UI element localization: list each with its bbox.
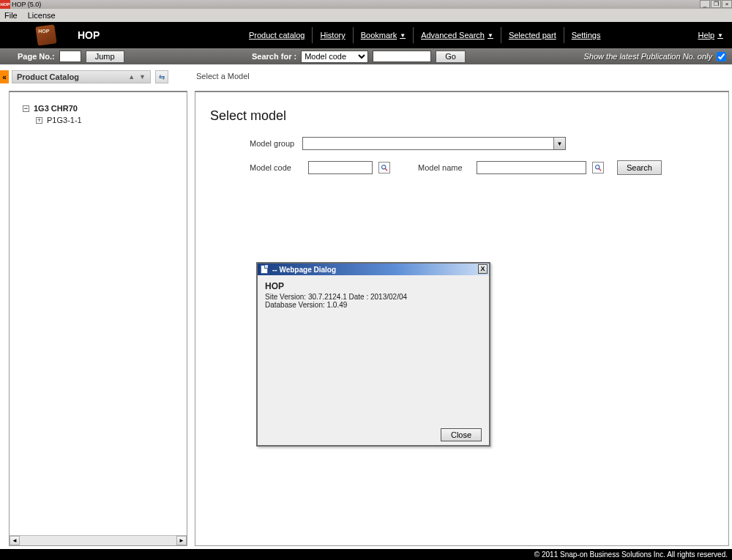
sub-toolbar: Page No.: Jump Search for : Model code G…	[0, 48, 732, 64]
app-icon: HOP	[0, 0, 10, 9]
about-dialog: -- Webpage Dialog X HOP Site Version: 30…	[256, 262, 490, 447]
search-for-label: Search for :	[252, 52, 296, 61]
nav-settings[interactable]: Settings	[564, 27, 608, 43]
page-no-input[interactable]	[59, 51, 81, 62]
model-group-select[interactable]: ▼	[302, 137, 566, 150]
top-nav: HOP Product catalog History Bookmark▼ Ad…	[0, 22, 732, 48]
svg-line-3	[599, 168, 601, 171]
dialog-product-name: HOP	[265, 281, 482, 291]
dialog-footer: Close	[258, 425, 489, 445]
caret-down-icon: ▼	[400, 32, 406, 39]
model-name-lookup-button[interactable]	[592, 162, 604, 173]
search-icon	[381, 164, 388, 171]
model-code-label: Model code	[250, 163, 302, 172]
svg-point-0	[382, 165, 386, 169]
copyright-text: © 2011 Snap-on Business Solutions Inc. A…	[534, 550, 728, 559]
sidebar-panel: − 1G3 CHR70 + P1G3-1-1 ◄ ►	[9, 91, 187, 546]
tree-collapse-icon[interactable]: −	[23, 105, 29, 112]
dialog-close-button[interactable]: Close	[441, 428, 482, 441]
search-kind-select[interactable]: Model code	[301, 51, 368, 63]
page-heading: Select model	[210, 108, 728, 124]
go-button[interactable]: Go	[436, 51, 466, 63]
model-name-input[interactable]	[477, 161, 586, 174]
search-button[interactable]: Search	[617, 160, 662, 175]
page-no-label: Page No.:	[18, 52, 55, 61]
window-minimize-button[interactable]: _	[700, 0, 710, 8]
window-title: HOP (5.0)	[12, 1, 41, 8]
model-code-input[interactable]	[308, 161, 373, 174]
show-latest-label: Show the latest Publication No. only	[584, 52, 713, 61]
dialog-titlebar[interactable]: -- Webpage Dialog X	[258, 264, 489, 275]
tree-expand-icon[interactable]: +	[36, 117, 42, 124]
dialog-title: -- Webpage Dialog	[272, 266, 336, 274]
search-icon	[594, 164, 602, 171]
nav-selected-part[interactable]: Selected part	[501, 27, 564, 43]
menu-license[interactable]: License	[28, 11, 56, 20]
scroll-right-icon[interactable]: ►	[176, 536, 187, 545]
dialog-close-x-button[interactable]: X	[478, 264, 488, 274]
tree-node-label: P1G3-1-1	[47, 116, 82, 124]
sidebar-collapse-button[interactable]: «	[0, 70, 9, 83]
model-code-lookup-button[interactable]	[378, 162, 390, 173]
workspace: « Product Catalog ▲ ▼ ⇆ Select a Model −…	[0, 64, 732, 549]
sidebar-tool-button[interactable]: ⇆	[155, 70, 168, 83]
nav-history[interactable]: History	[313, 27, 353, 43]
page-icon	[261, 265, 268, 274]
chevron-down-icon[interactable]: ▼	[553, 138, 565, 149]
scroll-left-icon[interactable]: ◄	[10, 536, 20, 545]
svg-line-1	[385, 168, 387, 171]
dialog-body: HOP Site Version: 30.7.2124.1 Date : 201…	[258, 275, 489, 425]
dialog-db-version: Database Version: 1.0.49	[265, 301, 482, 309]
menubar: File License	[0, 9, 732, 22]
model-name-label: Model name	[418, 163, 471, 172]
caret-down-icon: ▼	[488, 32, 493, 39]
caret-down-icon: ▼	[717, 32, 723, 39]
app-title: HOP	[78, 29, 100, 41]
tree-node-root[interactable]: − 1G3 CHR70	[23, 102, 181, 114]
sort-up-icon[interactable]: ▲	[128, 73, 135, 81]
tree-node-child[interactable]: + P1G3-1-1	[36, 114, 181, 126]
tree-node-label: 1G3 CHR70	[34, 104, 78, 113]
dialog-site-version: Site Version: 30.7.2124.1 Date : 2013/02…	[265, 293, 482, 301]
footer: © 2011 Snap-on Business Solutions Inc. A…	[0, 549, 732, 560]
model-group-label: Model group	[250, 139, 302, 148]
window-titlebar: HOP HOP (5.0) _ ❐ ×	[0, 0, 732, 9]
show-latest-checkbox[interactable]	[717, 52, 726, 61]
nav-product-catalog[interactable]: Product catalog	[242, 27, 313, 43]
svg-point-2	[596, 165, 600, 169]
product-tree: − 1G3 CHR70 + P1G3-1-1	[10, 92, 187, 136]
nav-advanced-search[interactable]: Advanced Search▼	[414, 27, 501, 43]
window-maximize-button[interactable]: ❐	[711, 0, 721, 8]
window-close-button[interactable]: ×	[722, 0, 732, 8]
breadcrumb: Select a Model	[196, 72, 250, 81]
sidebar-hscrollbar[interactable]: ◄ ►	[10, 535, 187, 545]
sidebar-title: Product Catalog	[17, 72, 79, 81]
search-value-input[interactable]	[373, 51, 431, 62]
sort-down-icon[interactable]: ▼	[139, 73, 146, 81]
nav-bookmark[interactable]: Bookmark▼	[354, 27, 414, 43]
nav-help[interactable]: Help▼	[698, 31, 723, 40]
sidebar-header: Product Catalog ▲ ▼	[12, 70, 151, 83]
jump-button[interactable]: Jump	[86, 51, 124, 63]
brand-logo	[35, 24, 56, 45]
menu-file[interactable]: File	[4, 11, 18, 20]
